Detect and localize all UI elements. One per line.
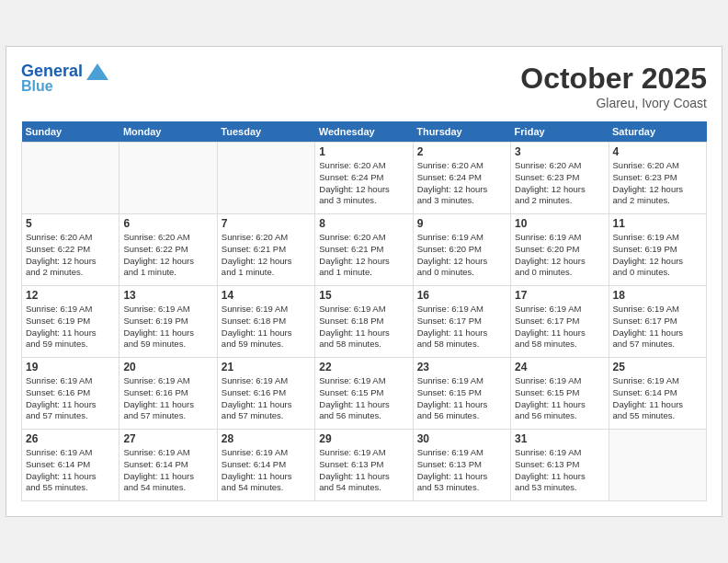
weekday-header-tuesday: Tuesday: [217, 121, 314, 143]
day-number: 8: [319, 217, 408, 230]
logo: General Blue: [21, 62, 108, 95]
day-number: 23: [417, 361, 506, 373]
day-cell: 13Sunrise: 6:19 AM Sunset: 6:19 PM Dayli…: [119, 286, 217, 358]
day-number: 24: [515, 361, 604, 373]
day-info: Sunrise: 6:19 AM Sunset: 6:17 PM Dayligh…: [417, 304, 506, 350]
day-cell: 16Sunrise: 6:19 AM Sunset: 6:17 PM Dayli…: [413, 286, 510, 358]
day-cell: 20Sunrise: 6:19 AM Sunset: 6:16 PM Dayli…: [119, 358, 217, 430]
day-cell: 23Sunrise: 6:19 AM Sunset: 6:15 PM Dayli…: [413, 358, 510, 430]
day-cell: 28Sunrise: 6:19 AM Sunset: 6:14 PM Dayli…: [217, 430, 314, 501]
day-info: Sunrise: 6:20 AM Sunset: 6:24 PM Dayligh…: [319, 160, 408, 207]
day-number: 10: [515, 217, 604, 230]
day-cell: 14Sunrise: 6:19 AM Sunset: 6:18 PM Dayli…: [217, 286, 314, 358]
day-info: Sunrise: 6:20 AM Sunset: 6:21 PM Dayligh…: [222, 232, 311, 279]
day-cell: 4Sunrise: 6:20 AM Sunset: 6:23 PM Daylig…: [609, 143, 706, 214]
day-number: 5: [26, 217, 115, 230]
day-number: 20: [123, 361, 212, 373]
day-info: Sunrise: 6:19 AM Sunset: 6:15 PM Dayligh…: [417, 375, 506, 422]
day-info: Sunrise: 6:19 AM Sunset: 6:13 PM Dayligh…: [515, 447, 604, 494]
day-number: 28: [222, 432, 311, 445]
day-number: 16: [417, 289, 506, 302]
day-cell: 31Sunrise: 6:19 AM Sunset: 6:13 PM Dayli…: [511, 430, 609, 501]
month-title: October 2025: [520, 62, 707, 96]
calendar-table: SundayMondayTuesdayWednesdayThursdayFrid…: [21, 121, 707, 501]
day-number: 12: [26, 289, 115, 302]
day-info: Sunrise: 6:20 AM Sunset: 6:24 PM Dayligh…: [417, 160, 506, 207]
day-cell: 10Sunrise: 6:19 AM Sunset: 6:20 PM Dayli…: [511, 214, 609, 286]
logo-subtext: Blue: [21, 78, 53, 95]
day-number: 13: [123, 289, 212, 302]
day-cell: [22, 143, 119, 214]
week-row-4: 26Sunrise: 6:19 AM Sunset: 6:14 PM Dayli…: [22, 430, 707, 501]
day-info: Sunrise: 6:20 AM Sunset: 6:22 PM Dayligh…: [26, 232, 115, 279]
day-info: Sunrise: 6:19 AM Sunset: 6:20 PM Dayligh…: [417, 232, 506, 279]
day-number: 3: [515, 145, 604, 158]
day-cell: 15Sunrise: 6:19 AM Sunset: 6:18 PM Dayli…: [315, 286, 413, 358]
weekday-header-friday: Friday: [511, 121, 609, 143]
header: General Blue October 2025 Glareu, Ivory …: [21, 62, 707, 110]
week-row-2: 12Sunrise: 6:19 AM Sunset: 6:19 PM Dayli…: [22, 286, 707, 358]
day-cell: 29Sunrise: 6:19 AM Sunset: 6:13 PM Dayli…: [315, 430, 413, 501]
day-cell: [217, 143, 314, 214]
day-number: 29: [319, 432, 408, 445]
day-number: 11: [613, 217, 702, 230]
day-cell: 25Sunrise: 6:19 AM Sunset: 6:14 PM Dayli…: [609, 358, 706, 430]
day-cell: 8Sunrise: 6:20 AM Sunset: 6:21 PM Daylig…: [315, 214, 413, 286]
day-number: 7: [222, 217, 311, 230]
day-cell: 12Sunrise: 6:19 AM Sunset: 6:19 PM Dayli…: [22, 286, 119, 358]
weekday-header-wednesday: Wednesday: [315, 121, 413, 143]
logo-icon: [85, 62, 108, 82]
calendar-container: General Blue October 2025 Glareu, Ivory …: [6, 46, 722, 517]
day-cell: [609, 430, 706, 501]
day-cell: 9Sunrise: 6:19 AM Sunset: 6:20 PM Daylig…: [413, 214, 510, 286]
day-info: Sunrise: 6:19 AM Sunset: 6:13 PM Dayligh…: [319, 447, 408, 494]
day-number: 18: [613, 289, 702, 302]
day-number: 26: [26, 432, 115, 445]
day-number: 4: [613, 145, 702, 158]
day-cell: 22Sunrise: 6:19 AM Sunset: 6:15 PM Dayli…: [315, 358, 413, 430]
day-info: Sunrise: 6:19 AM Sunset: 6:14 PM Dayligh…: [26, 447, 115, 494]
day-info: Sunrise: 6:19 AM Sunset: 6:18 PM Dayligh…: [222, 304, 311, 350]
day-cell: 30Sunrise: 6:19 AM Sunset: 6:13 PM Dayli…: [413, 430, 510, 501]
day-cell: 2Sunrise: 6:20 AM Sunset: 6:24 PM Daylig…: [413, 143, 510, 214]
day-cell: 7Sunrise: 6:20 AM Sunset: 6:21 PM Daylig…: [217, 214, 314, 286]
day-number: 2: [417, 145, 506, 158]
day-info: Sunrise: 6:20 AM Sunset: 6:23 PM Dayligh…: [515, 160, 604, 207]
svg-marker-0: [86, 63, 108, 80]
day-info: Sunrise: 6:19 AM Sunset: 6:19 PM Dayligh…: [123, 304, 212, 350]
day-info: Sunrise: 6:19 AM Sunset: 6:15 PM Dayligh…: [319, 375, 408, 422]
day-info: Sunrise: 6:19 AM Sunset: 6:16 PM Dayligh…: [222, 375, 311, 422]
day-cell: 5Sunrise: 6:20 AM Sunset: 6:22 PM Daylig…: [22, 214, 119, 286]
day-cell: 3Sunrise: 6:20 AM Sunset: 6:23 PM Daylig…: [511, 143, 609, 214]
day-number: 25: [613, 361, 702, 373]
day-cell: 21Sunrise: 6:19 AM Sunset: 6:16 PM Dayli…: [217, 358, 314, 430]
day-info: Sunrise: 6:19 AM Sunset: 6:15 PM Dayligh…: [515, 375, 604, 422]
day-cell: 1Sunrise: 6:20 AM Sunset: 6:24 PM Daylig…: [315, 143, 413, 214]
weekday-header-thursday: Thursday: [413, 121, 510, 143]
day-number: 6: [123, 217, 212, 230]
day-number: 27: [123, 432, 212, 445]
day-number: 22: [319, 361, 408, 373]
day-cell: 6Sunrise: 6:20 AM Sunset: 6:22 PM Daylig…: [119, 214, 217, 286]
day-cell: 11Sunrise: 6:19 AM Sunset: 6:19 PM Dayli…: [609, 214, 706, 286]
day-cell: 19Sunrise: 6:19 AM Sunset: 6:16 PM Dayli…: [22, 358, 119, 430]
day-number: 31: [515, 432, 604, 445]
day-cell: 27Sunrise: 6:19 AM Sunset: 6:14 PM Dayli…: [119, 430, 217, 501]
day-info: Sunrise: 6:19 AM Sunset: 6:13 PM Dayligh…: [417, 447, 506, 494]
day-number: 1: [319, 145, 408, 158]
day-number: 17: [515, 289, 604, 302]
day-info: Sunrise: 6:19 AM Sunset: 6:16 PM Dayligh…: [26, 375, 115, 422]
day-number: 21: [222, 361, 311, 373]
day-info: Sunrise: 6:19 AM Sunset: 6:14 PM Dayligh…: [123, 447, 212, 494]
day-cell: [119, 143, 217, 214]
day-info: Sunrise: 6:19 AM Sunset: 6:17 PM Dayligh…: [613, 304, 702, 350]
title-section: October 2025 Glareu, Ivory Coast: [520, 62, 707, 110]
day-number: 19: [26, 361, 115, 373]
weekday-header-monday: Monday: [119, 121, 217, 143]
day-info: Sunrise: 6:19 AM Sunset: 6:18 PM Dayligh…: [319, 304, 408, 350]
day-cell: 24Sunrise: 6:19 AM Sunset: 6:15 PM Dayli…: [511, 358, 609, 430]
day-number: 9: [417, 217, 506, 230]
day-info: Sunrise: 6:19 AM Sunset: 6:20 PM Dayligh…: [515, 232, 604, 279]
weekday-header-saturday: Saturday: [609, 121, 706, 143]
day-info: Sunrise: 6:19 AM Sunset: 6:19 PM Dayligh…: [26, 304, 115, 350]
